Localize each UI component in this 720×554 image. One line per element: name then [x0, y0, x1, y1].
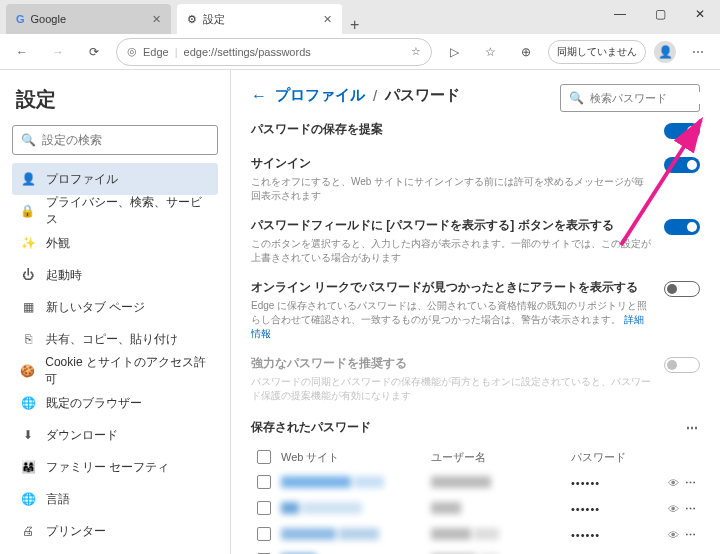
- table-header: Web サイト ユーザー名 パスワード: [251, 446, 700, 470]
- sidebar-item-10[interactable]: 🌐言語: [12, 483, 218, 515]
- back-arrow-icon[interactable]: ←: [251, 87, 267, 105]
- password-search-input[interactable]: [590, 92, 720, 104]
- eye-icon[interactable]: 👁: [661, 503, 685, 515]
- password-row[interactable]: ••••••👁⋯: [251, 548, 700, 554]
- sidebar-item-icon: 🌐: [20, 396, 36, 410]
- new-tab-button[interactable]: +: [342, 16, 367, 34]
- col-pass: パスワード: [571, 450, 661, 466]
- sidebar-item-8[interactable]: ⬇ダウンロード: [12, 419, 218, 451]
- setting-title: パスワードの保存を提案: [251, 121, 652, 138]
- sidebar-item-label: 言語: [46, 491, 70, 508]
- toggle-3[interactable]: [664, 281, 700, 297]
- breadcrumb-parent[interactable]: プロファイル: [275, 86, 365, 105]
- url-text: edge://settings/passwords: [184, 46, 311, 58]
- setting-title: 強力なパスワードを推奨する: [251, 355, 652, 372]
- more-icon[interactable]: ⋯: [685, 503, 698, 516]
- sidebar-item-label: ファミリー セーフティ: [46, 459, 169, 476]
- search-icon: 🔍: [21, 133, 36, 147]
- link-more-info[interactable]: 詳細情報: [251, 314, 644, 339]
- site-blurred: [281, 528, 379, 542]
- close-window-button[interactable]: ✕: [680, 0, 720, 28]
- collections-icon[interactable]: ⊕: [512, 38, 540, 66]
- setting-title: サインイン: [251, 155, 652, 172]
- row-checkbox[interactable]: [257, 501, 271, 515]
- sidebar-item-11[interactable]: 🖨プリンター: [12, 515, 218, 547]
- toggle-1[interactable]: [664, 157, 700, 173]
- sidebar-item-5[interactable]: ⎘共有、コピー、貼り付け: [12, 323, 218, 355]
- favorites-icon[interactable]: ☆: [476, 38, 504, 66]
- sidebar-item-label: プライバシー、検索、サービス: [46, 194, 210, 228]
- close-icon[interactable]: ✕: [152, 13, 161, 26]
- sidebar-item-label: ダウンロード: [46, 427, 118, 444]
- setting-desc: パスワードの同期とパスワードの保存機能が両方ともオンに設定されていると、パスワー…: [251, 375, 652, 403]
- gear-icon: ⚙: [187, 13, 197, 26]
- forward-button: →: [44, 38, 72, 66]
- reload-button[interactable]: ⟳: [80, 38, 108, 66]
- sidebar-item-icon: ⬇: [20, 428, 36, 442]
- toggle-2[interactable]: [664, 219, 700, 235]
- tab-settings[interactable]: ⚙ 設定 ✕: [177, 4, 342, 34]
- sidebar: 設定 🔍 👤プロファイル🔒プライバシー、検索、サービス✨外観⏻起動時▦新しいタブ…: [0, 70, 230, 554]
- close-icon[interactable]: ✕: [323, 13, 332, 26]
- toolbar: ← → ⟳ ◎ Edge | edge://settings/passwords…: [0, 34, 720, 70]
- sidebar-item-label: 共有、コピー、貼り付け: [46, 331, 178, 348]
- more-icon[interactable]: ⋯: [685, 477, 698, 490]
- toggle-0[interactable]: [664, 123, 700, 139]
- sidebar-search[interactable]: 🔍: [12, 125, 218, 155]
- sync-button[interactable]: 同期していません: [548, 40, 646, 64]
- password-search[interactable]: 🔍: [560, 84, 700, 112]
- password-masked: ••••••: [571, 529, 661, 541]
- setting-desc: これをオフにすると、Web サイトにサインインする前には許可を求めるメッセージが…: [251, 175, 652, 203]
- more-icon[interactable]: ⋯: [685, 529, 698, 542]
- password-masked: ••••••: [571, 477, 661, 489]
- sidebar-item-icon: ⎘: [20, 332, 36, 346]
- sidebar-item-icon: 👨‍👩‍👧: [20, 460, 36, 474]
- eye-icon[interactable]: 👁: [661, 477, 685, 489]
- profile-avatar[interactable]: 👤: [654, 41, 676, 63]
- read-aloud-icon[interactable]: ▷: [440, 38, 468, 66]
- eye-icon[interactable]: 👁: [661, 529, 685, 541]
- password-row[interactable]: ••••••👁⋯: [251, 522, 700, 548]
- maximize-button[interactable]: ▢: [640, 0, 680, 28]
- edge-label: Edge: [143, 46, 169, 58]
- sidebar-item-icon: ✨: [20, 236, 36, 250]
- select-all-checkbox[interactable]: [257, 450, 271, 464]
- sidebar-item-icon: 🌐: [20, 492, 36, 506]
- sidebar-item-6[interactable]: 🍪Cookie とサイトのアクセス許可: [12, 355, 218, 387]
- sidebar-item-1[interactable]: 🔒プライバシー、検索、サービス: [12, 195, 218, 227]
- sidebar-item-2[interactable]: ✨外観: [12, 227, 218, 259]
- favorite-icon[interactable]: ☆: [411, 45, 421, 58]
- back-button[interactable]: ←: [8, 38, 36, 66]
- password-row[interactable]: ••••••👁⋯: [251, 470, 700, 496]
- menu-icon[interactable]: ⋯: [684, 38, 712, 66]
- search-input[interactable]: [42, 133, 209, 147]
- sidebar-item-3[interactable]: ⏻起動時: [12, 259, 218, 291]
- row-checkbox[interactable]: [257, 527, 271, 541]
- sidebar-item-label: プロファイル: [46, 171, 118, 188]
- sidebar-item-label: 外観: [46, 235, 70, 252]
- site-blurred: [281, 476, 384, 490]
- toggle-4: [664, 357, 700, 373]
- sidebar-item-9[interactable]: 👨‍👩‍👧ファミリー セーフティ: [12, 451, 218, 483]
- sidebar-item-7[interactable]: 🌐既定のブラウザー: [12, 387, 218, 419]
- tab-label: Google: [31, 13, 66, 25]
- sidebar-item-label: 新しいタブ ページ: [46, 299, 145, 316]
- user-blurred: [431, 528, 499, 542]
- password-row[interactable]: ••••••👁⋯: [251, 496, 700, 522]
- tab-google[interactable]: G Google ✕: [6, 4, 171, 34]
- sidebar-item-label: 既定のブラウザー: [46, 395, 142, 412]
- more-icon[interactable]: ⋯: [686, 421, 700, 435]
- col-user: ユーザー名: [431, 450, 571, 466]
- row-checkbox[interactable]: [257, 475, 271, 489]
- sidebar-item-12[interactable]: 💻システム: [12, 547, 218, 554]
- setting-desc: このボタンを選択すると、入力した内容が表示されます。一部のサイトでは、この設定が…: [251, 237, 652, 265]
- sidebar-item-4[interactable]: ▦新しいタブ ページ: [12, 291, 218, 323]
- address-bar[interactable]: ◎ Edge | edge://settings/passwords ☆: [116, 38, 432, 66]
- sidebar-item-label: 起動時: [46, 267, 82, 284]
- sidebar-item-icon: 🖨: [20, 524, 36, 538]
- sidebar-item-icon: 🔒: [20, 204, 36, 218]
- sidebar-item-label: プリンター: [46, 523, 106, 540]
- sidebar-item-0[interactable]: 👤プロファイル: [12, 163, 218, 195]
- sidebar-title: 設定: [12, 86, 218, 113]
- minimize-button[interactable]: —: [600, 0, 640, 28]
